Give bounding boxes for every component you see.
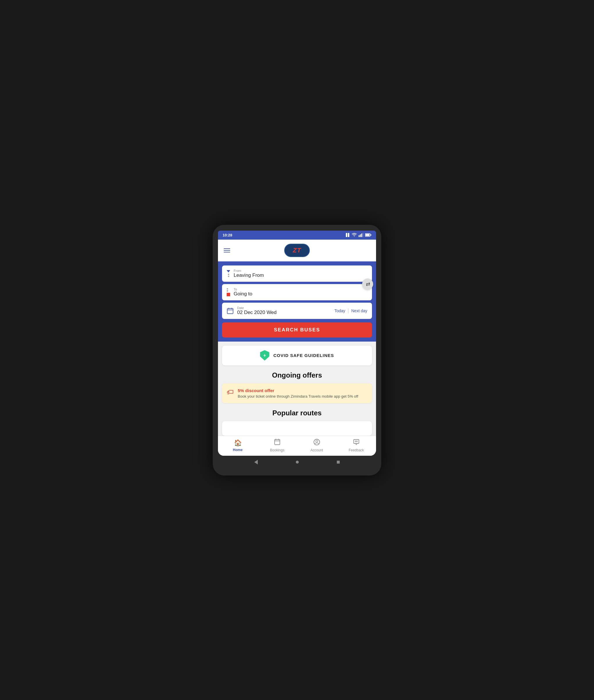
content-area: + COVID SAFE GUIDELINES Ongoing offers 🏷… (218, 342, 376, 436)
nav-bookings[interactable]: Bookings (258, 436, 297, 456)
signal-icon (359, 233, 363, 237)
home-icon: 🏠 (234, 439, 242, 447)
swap-button[interactable]: ⇅ (362, 279, 373, 289)
from-icon (227, 270, 230, 277)
battery-icon (365, 233, 371, 237)
to-value: Going to (234, 291, 252, 296)
bookings-icon (274, 439, 280, 447)
route-card-preview (222, 421, 372, 436)
date-content: Date 02 Dec 2020 Wed (237, 306, 331, 315)
account-icon (314, 439, 320, 447)
svg-rect-13 (275, 440, 280, 445)
offer-title: 5% discount offer (238, 388, 358, 393)
tag-icon: 🏷 (227, 388, 234, 396)
date-value: 02 Dec 2020 Wed (237, 310, 277, 315)
covid-text: COVID SAFE GUIDELINES (273, 353, 334, 358)
screen: ZT From Leaving From (218, 240, 376, 456)
today-button[interactable]: Today (334, 309, 345, 313)
app-logo: ZT (284, 244, 310, 257)
offer-content: 5% discount offer Book your ticket onlin… (238, 388, 358, 398)
to-icon (227, 288, 230, 296)
nav-bookings-label: Bookings (270, 448, 284, 452)
recents-button[interactable] (337, 461, 340, 463)
svg-rect-3 (360, 234, 361, 237)
next-day-button[interactable]: Next day (351, 309, 367, 313)
nav-account-label: Account (310, 448, 323, 452)
device-shell: 10:28 (213, 225, 381, 476)
ongoing-offers-title: Ongoing offers (222, 371, 372, 379)
svg-rect-19 (354, 440, 359, 444)
hamburger-line-3 (224, 252, 230, 252)
from-value: Leaving From (234, 273, 264, 278)
nav-account[interactable]: Account (297, 436, 336, 456)
hamburger-line-1 (224, 248, 230, 249)
from-triangle (227, 270, 230, 273)
menu-button[interactable] (223, 247, 231, 253)
bottom-nav: 🏠 Home Bookings (218, 436, 376, 456)
nav-feedback-label: Feedback (349, 448, 364, 452)
feedback-icon (353, 439, 360, 447)
swap-icon: ⇅ (364, 282, 371, 286)
logo-text: ZT (293, 247, 301, 254)
svg-rect-8 (370, 234, 371, 236)
offer-description: Book your ticket online through Zimindar… (238, 394, 358, 398)
device-bottom-bar (218, 456, 376, 467)
svg-point-18 (316, 440, 318, 442)
date-field[interactable]: Date 02 Dec 2020 Wed Today | Next day (222, 303, 372, 319)
from-field[interactable]: From Leaving From ⇅ (222, 266, 372, 282)
search-buses-button[interactable]: SEARCH BUSES (222, 322, 372, 338)
status-icons (345, 233, 371, 237)
back-button[interactable] (254, 460, 258, 464)
from-dots (228, 274, 229, 277)
app-header: ZT (218, 240, 376, 261)
to-field-content: To Going to (234, 287, 252, 297)
from-label: From (234, 269, 264, 273)
date-divider: | (348, 308, 349, 314)
sim-icon (345, 233, 350, 237)
svg-rect-1 (348, 233, 349, 237)
status-bar: 10:28 (218, 231, 376, 240)
hamburger-line-2 (224, 250, 230, 251)
offer-card[interactable]: 🏷 5% discount offer Book your ticket onl… (222, 383, 372, 403)
nav-home-label: Home (233, 448, 242, 452)
svg-rect-9 (227, 309, 233, 314)
svg-rect-2 (359, 235, 360, 237)
nav-home[interactable]: 🏠 Home (218, 436, 258, 456)
calendar-icon (227, 307, 234, 314)
wifi-icon (352, 233, 357, 237)
svg-rect-5 (363, 233, 364, 237)
to-field[interactable]: To Going to (222, 284, 372, 300)
home-button[interactable] (296, 461, 299, 463)
search-panel: From Leaving From ⇅ To Going to (218, 261, 376, 342)
from-field-content: From Leaving From (234, 269, 264, 278)
to-label: To (234, 287, 252, 291)
svg-rect-0 (346, 233, 347, 237)
shield-icon: + (260, 350, 269, 361)
nav-feedback[interactable]: Feedback (336, 436, 376, 456)
svg-rect-7 (366, 234, 370, 236)
popular-routes-title: Popular routes (222, 409, 372, 417)
status-time: 10:28 (223, 233, 232, 237)
date-quick-buttons: Today | Next day (334, 308, 367, 314)
date-label: Date (237, 306, 331, 310)
covid-banner[interactable]: + COVID SAFE GUIDELINES (222, 346, 372, 365)
svg-rect-4 (361, 234, 362, 237)
